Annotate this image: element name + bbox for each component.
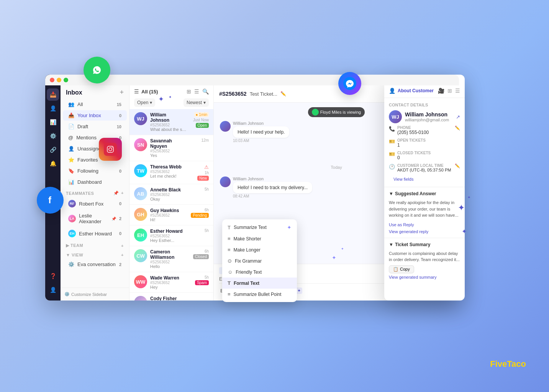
sidebar-following-label: Following xyxy=(77,168,98,174)
sidebar-teammate-leslie[interactable]: LA Leslie Alexander 📌 2 xyxy=(63,211,127,227)
theresa-avatar: TW xyxy=(134,164,147,177)
teammates-pin-icon[interactable]: 📌 xyxy=(113,191,119,196)
menu-icon[interactable]: ☰ xyxy=(455,88,460,94)
right-panel: 👤 About Customer 🎥 ⊞ ☰ Contact Details W… xyxy=(384,75,465,301)
conv-item-cody[interactable]: CF Cody Fisher #S2563652 xyxy=(129,293,213,301)
open-filter-button[interactable]: Open ▾ xyxy=(134,98,155,107)
view-fields-link[interactable]: View fields xyxy=(389,175,418,183)
sidebar-item-draft[interactable]: 📄 Draft 10 xyxy=(63,121,127,132)
collapse-icon: ▼ xyxy=(389,191,393,196)
sidebar-draft-badge: 10 xyxy=(117,124,121,129)
search-icon[interactable]: 🔍 xyxy=(202,88,209,95)
open-tickets-icon: 🎫 xyxy=(389,139,395,144)
newest-filter-button[interactable]: Newest ▾ xyxy=(184,98,209,107)
ts-collapse-icon: ▼ xyxy=(389,242,393,247)
sidebar-add-button[interactable]: + xyxy=(120,88,124,96)
open-tickets-label: OPEN TICKETS xyxy=(397,138,426,142)
ticket-title: Test Ticket... xyxy=(250,91,277,97)
msg1-content: William Johnson Hello! I need your help.… xyxy=(233,121,289,143)
friendly-text-icon: ☺ xyxy=(228,269,233,275)
grid-icon[interactable]: ⊞ xyxy=(447,88,452,94)
ai-friendly-text[interactable]: ☺ Friendly Text xyxy=(222,266,297,278)
view-toggle-icon[interactable]: ☰ xyxy=(194,88,199,95)
icon-bar-integrations[interactable]: 🔗 xyxy=(47,144,59,156)
suggested-answer-label: Suggested Answer xyxy=(395,191,436,196)
customize-sidebar-button[interactable]: ⚙️ Customize Sidebar xyxy=(64,292,125,297)
edit-phone-icon[interactable]: ✏️ xyxy=(455,126,460,131)
leslie-avatar: LA xyxy=(68,215,76,222)
sidebar-teammate-robert[interactable]: RF Robert Fox 0 xyxy=(63,198,127,210)
ai-make-longer[interactable]: ≡ Make Longer xyxy=(222,244,297,255)
icon-bar-contacts[interactable]: 👤 xyxy=(47,102,59,114)
close-button[interactable] xyxy=(50,78,54,82)
ai-formal-text[interactable]: T Formal Text xyxy=(222,278,297,289)
facebook-icon: f xyxy=(37,187,64,214)
copy-button[interactable]: 📋 Copy xyxy=(389,265,414,273)
about-customer-tab[interactable]: About Customer xyxy=(398,88,434,93)
view-summary-link[interactable]: View generated summary xyxy=(389,275,460,279)
conv-item-theresa[interactable]: TW Theresa Webb #S2563652 Let me check! … xyxy=(129,161,213,184)
william-id: #S2563652 xyxy=(150,123,187,127)
leslie-badge: 2 xyxy=(119,216,121,221)
msg1-time: 10:03 AM xyxy=(233,139,289,143)
conv-item-savannah[interactable]: SN Savannah Nguyen #S2563652 Yes 12m xyxy=(129,135,213,161)
icon-bar-help[interactable]: ❓ xyxy=(47,270,59,282)
suggested-answer-title: ▼ Suggested Answer xyxy=(389,191,460,196)
conv-item-annette[interactable]: AB Annette Black #S2563652 Okay 5h xyxy=(129,184,213,205)
conv-item-esther[interactable]: EH Esther Howard #S2563652 Hey Esther...… xyxy=(129,225,213,246)
cameron-avatar: CW xyxy=(134,249,147,262)
all-icon: 👥 xyxy=(68,101,74,107)
sidebar-item-all[interactable]: 👥 All 15 xyxy=(63,99,127,109)
annette-avatar: AB xyxy=(134,187,147,200)
closed-tickets-info: CLOSED TICKETS 0 xyxy=(397,151,431,160)
annette-time: 5h xyxy=(205,187,209,191)
wade-name: Wade Warren xyxy=(150,275,187,281)
sort-icon[interactable]: ⊞ xyxy=(187,88,191,95)
william-meta: ● 1min Just Now Open xyxy=(190,112,209,128)
ai-summarize-text[interactable]: T Summarize Text ✦ xyxy=(222,222,297,233)
conv-item-guy[interactable]: GH Guy Hawkins #S2563652 Hi! 6h Pending xyxy=(129,205,213,225)
msg3-content: William Johnson Hello! I need to track m… xyxy=(233,176,312,198)
wade-preview: Hey xyxy=(150,285,187,289)
suggested-text: We really apologise for the delay in del… xyxy=(389,199,460,219)
icon-bar-profile[interactable]: 👤 xyxy=(47,284,59,296)
sidebar-teammate-esther[interactable]: EH Esther Howard 0 xyxy=(63,227,127,240)
customize-icon: ⚙️ xyxy=(64,292,70,297)
maximize-button[interactable] xyxy=(64,78,68,82)
sidebar-item-your-inbox[interactable]: 📥 Your Inbox 0 xyxy=(63,110,127,121)
open-filter-chevron: ▾ xyxy=(150,100,152,105)
robert-avatar: RF xyxy=(68,200,76,207)
teammates-add-icon[interactable]: + xyxy=(121,191,124,196)
leslie-name: Leslie Alexander xyxy=(79,213,108,224)
sidebar-item-following[interactable]: 🔖 Following 0 xyxy=(63,166,127,176)
team-add-icon[interactable]: + xyxy=(121,243,124,248)
conv-item-wade[interactable]: WW Wade Warren #S2563652 Hey 5h Spam xyxy=(129,272,213,293)
sidebar-item-dashboard[interactable]: 📊 Dashboard xyxy=(63,177,127,187)
svg-point-7 xyxy=(343,77,356,90)
external-link-icon[interactable]: ↗ xyxy=(456,114,460,120)
minimize-button[interactable] xyxy=(57,78,61,82)
ai-fix-grammar[interactable]: ⊙ Fix Grammar xyxy=(222,255,297,266)
ai-make-shorter[interactable]: ≡ Make Shorter xyxy=(222,233,297,244)
icon-bar-notifications[interactable]: 🔔 xyxy=(47,157,59,170)
viewing-badge: Floyd Miles is viewing xyxy=(308,107,365,117)
sidebar-eva-conversation[interactable]: ⚙️ Eva conversation 2 xyxy=(63,259,127,270)
view-add-icon[interactable]: + xyxy=(121,253,124,257)
local-time-value: AKDT (UTC-8), 05:37:50 PM xyxy=(397,168,451,172)
msg1-bubble: Hello! I need your help. xyxy=(233,126,289,138)
conv-item-cameron[interactable]: CW Cameron Williamson #S2563652 Hello 6h… xyxy=(129,246,213,272)
use-as-reply-link[interactable]: Use as Reply xyxy=(389,222,414,227)
edit-time-icon[interactable]: ✏️ xyxy=(455,163,460,168)
icon-bar-reports[interactable]: 📊 xyxy=(47,116,59,128)
icon-bar-inbox[interactable]: 📥 xyxy=(47,88,59,101)
edit-ticket-icon[interactable]: ✏️ xyxy=(280,91,286,96)
theresa-badge: New xyxy=(197,176,209,181)
phone-field: 📞 PHONE (205) 555-0100 ✏️ xyxy=(389,126,460,135)
icon-bar-settings[interactable]: ⚙️ xyxy=(47,130,59,142)
view-generated-reply-link[interactable]: View generated reply xyxy=(389,229,460,234)
msg3-avatar xyxy=(220,176,231,187)
conv-item-william[interactable]: WJ William Johnson #S2563652 What about … xyxy=(129,109,213,135)
ai-summarize-bullet[interactable]: ≡ Summarize Bullet Point xyxy=(222,289,297,300)
cameron-badge: Closed xyxy=(193,254,209,259)
video-icon[interactable]: 🎥 xyxy=(438,88,444,94)
